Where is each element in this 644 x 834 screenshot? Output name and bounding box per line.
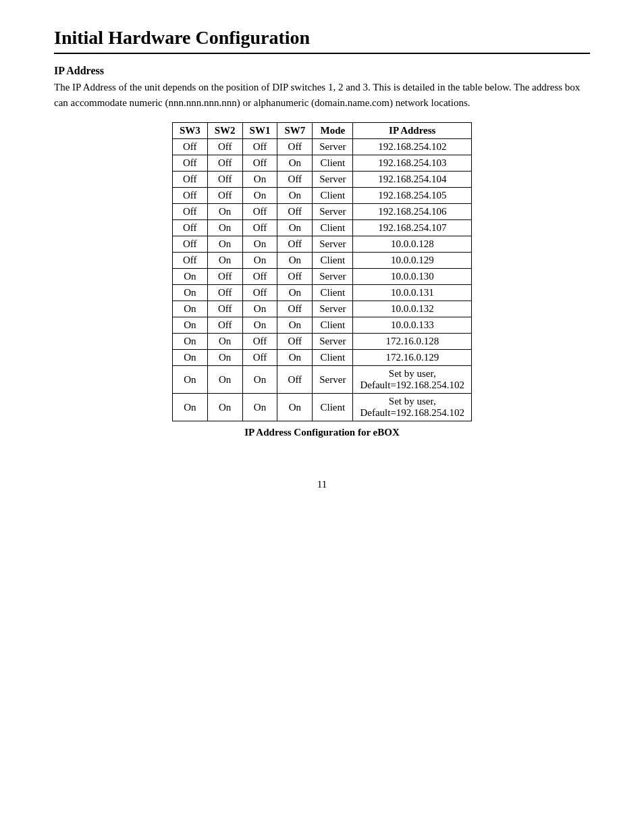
table-cell: On [277,253,313,269]
table-cell: On [242,317,277,334]
table-cell: 192.168.254.107 [353,220,472,236]
table-row: OffOnOnOnClient10.0.0.129 [172,253,471,269]
table-row: OnOffOffOffServer10.0.0.130 [172,269,471,285]
table-cell: Server [313,269,353,285]
table-cell: Off [172,172,207,188]
table-cell: Client [313,394,353,421]
table-cell: Server [313,301,353,317]
table-cell: Off [242,204,277,220]
table-cell: On [277,220,313,236]
table-cell: Client [313,155,353,172]
table-cell: Client [313,188,353,204]
table-header-ip address: IP Address [353,123,472,139]
table-cell: Client [313,220,353,236]
table-cell: 172.16.0.128 [353,334,472,350]
table-cell: On [207,253,242,269]
table-cell: Off [207,172,242,188]
table-cell: Off [172,155,207,172]
table-cell: Off [207,269,242,285]
table-cell: On [242,236,277,253]
table-cell: Client [313,285,353,301]
table-cell: Off [277,139,313,155]
table-cell: Server [313,236,353,253]
table-cell: 172.16.0.129 [353,350,472,366]
table-cell: Off [207,317,242,334]
table-cell: Off [172,188,207,204]
table-row: OnOnOnOffServerSet by user,Default=192.1… [172,366,471,394]
table-header-sw2: SW2 [207,123,242,139]
table-cell: Off [242,220,277,236]
table-cell: On [242,253,277,269]
table-row: OffOffOnOnClient192.168.254.105 [172,188,471,204]
table-cell: 10.0.0.131 [353,285,472,301]
table-cell: 192.168.254.105 [353,188,472,204]
table-cell: Client [313,317,353,334]
table-cell: Client [313,350,353,366]
table-cell: Off [172,253,207,269]
table-row: OnOffOnOffServer10.0.0.132 [172,301,471,317]
table-cell: On [172,394,207,421]
table-row: OnOffOffOnClient10.0.0.131 [172,285,471,301]
table-cell: On [242,301,277,317]
table-cell: Off [172,220,207,236]
table-cell: Off [172,236,207,253]
table-row: OffOnOnOffServer10.0.0.128 [172,236,471,253]
table-row: OffOnOffOffServer192.168.254.106 [172,204,471,220]
table-cell: Server [313,172,353,188]
table-cell: Off [277,366,313,394]
table-body: OffOffOffOffServer192.168.254.102OffOffO… [172,139,471,421]
table-cell: On [207,220,242,236]
section-heading: IP Address [54,65,590,77]
table-cell: On [277,350,313,366]
table-cell: Server [313,334,353,350]
table-cell: Off [242,269,277,285]
table-cell: Server [313,139,353,155]
table-header-mode: Mode [313,123,353,139]
table-cell: On [172,366,207,394]
ip-address-table: SW3SW2SW1SW7ModeIP Address OffOffOffOffS… [172,122,472,421]
table-cell: 192.168.254.104 [353,172,472,188]
table-cell: Set by user,Default=192.168.254.102 [353,366,472,394]
table-cell: 192.168.254.103 [353,155,472,172]
table-cell: Off [277,236,313,253]
table-header-sw1: SW1 [242,123,277,139]
table-cell: Off [277,172,313,188]
table-cell: Off [207,301,242,317]
table-cell: On [242,188,277,204]
table-cell: On [207,350,242,366]
table-cell: On [172,350,207,366]
table-header-sw7: SW7 [277,123,313,139]
table-cell: Off [242,350,277,366]
table-cell: On [207,236,242,253]
table-row: OnOffOnOnClient10.0.0.133 [172,317,471,334]
table-cell: 10.0.0.128 [353,236,472,253]
table-cell: Off [207,285,242,301]
table-cell: On [242,394,277,421]
table-cell: On [277,317,313,334]
table-row: OnOnOnOnClientSet by user,Default=192.16… [172,394,471,421]
table-cell: Off [242,334,277,350]
table-caption: IP Address Configuration for eBOX [54,427,590,438]
table-cell: Set by user,Default=192.168.254.102 [353,394,472,421]
table-cell: On [172,301,207,317]
table-cell: On [277,394,313,421]
table-cell: Off [207,155,242,172]
table-row: OffOffOffOffServer192.168.254.102 [172,139,471,155]
table-row: OffOnOffOnClient192.168.254.107 [172,220,471,236]
table-cell: Server [313,366,353,394]
table-cell: 10.0.0.129 [353,253,472,269]
table-cell: On [172,285,207,301]
table-cell: Off [277,269,313,285]
table-cell: 192.168.254.106 [353,204,472,220]
table-cell: 10.0.0.132 [353,301,472,317]
page-number: 11 [54,479,590,490]
table-cell: Off [242,155,277,172]
table-header-sw3: SW3 [172,123,207,139]
table-cell: On [172,269,207,285]
table-cell: On [172,334,207,350]
table-header-row: SW3SW2SW1SW7ModeIP Address [172,123,471,139]
table-cell: On [207,204,242,220]
section-description: The IP Address of the unit depends on th… [54,80,590,110]
table-cell: On [277,188,313,204]
table-cell: On [277,155,313,172]
